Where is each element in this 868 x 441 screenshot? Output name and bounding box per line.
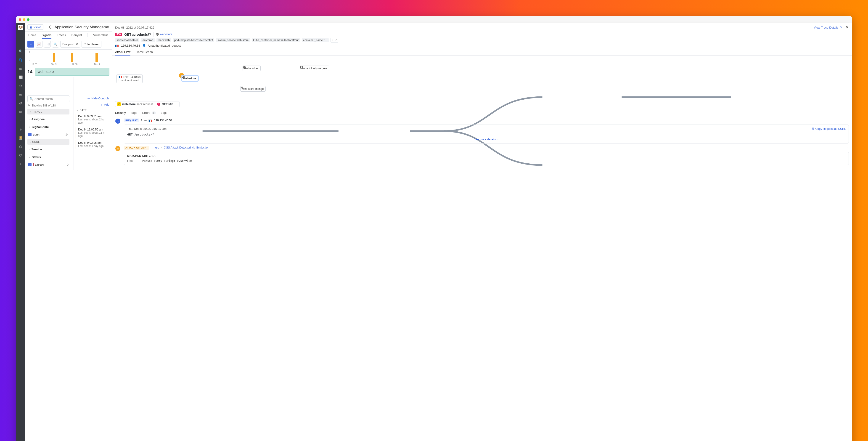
rail-ci-icon[interactable]: ⎋ (19, 127, 22, 131)
app-logo-icon[interactable]: 🐶 (18, 25, 23, 30)
signal-row[interactable]: Dec 9, 9:03:01 am Last seen: about 2 ho … (75, 114, 110, 125)
tab-errors[interactable]: Errors1 (142, 110, 156, 116)
tag[interactable]: service:web-store (115, 38, 140, 42)
checkbox-checked-icon[interactable]: ✓ (28, 133, 32, 136)
view-timeseries-button[interactable]: 📈 (36, 41, 42, 48)
globe-icon (243, 66, 246, 69)
facet-section-core[interactable]: ▾ CORE (27, 139, 69, 145)
rail-monitors-icon[interactable]: ◎ (19, 93, 22, 96)
attack-dot-icon: ⚠ (115, 146, 120, 151)
tab-security[interactable]: Security (115, 110, 126, 116)
facet-section-triage[interactable]: ▾ TRIAGE (27, 109, 69, 115)
view-list-button[interactable]: ≡ (27, 41, 34, 48)
svg-rect-4 (71, 53, 73, 62)
window-zoom-icon[interactable] (27, 18, 29, 21)
tab-logs[interactable]: Logs (161, 110, 167, 116)
tag[interactable]: pod-template-hash:867c656999 (173, 38, 214, 42)
facet-status[interactable]: ▾Status (27, 154, 69, 160)
tag[interactable]: swarm_service:web-store (216, 38, 250, 42)
summary-service-bar[interactable]: web-store (35, 68, 110, 76)
search-button[interactable]: 🔍 (52, 41, 59, 48)
facet-assignee[interactable]: ›Assignee (27, 116, 69, 122)
rail-perf-icon[interactable]: ⏱ (19, 101, 22, 105)
auth-label: Unauthenticated request (148, 44, 181, 47)
facet-open[interactable]: ✓ open 14 (27, 131, 69, 138)
flow-node-source[interactable]: 129.134.40.58 Unauthenticated (117, 74, 143, 83)
signal-row[interactable]: Dec 9, 12:06:56 am Last seen: about 11 h… (75, 127, 110, 139)
rail-infrastructure-icon[interactable]: ⚙ (19, 84, 22, 88)
views-button[interactable]: ▣ Views (27, 25, 43, 30)
view-trace-details-link[interactable]: View Trace Details⧉ (814, 26, 842, 29)
rail-logs-icon[interactable]: ≡ (19, 119, 22, 122)
tag[interactable]: kube_container_name:rails-storefront (252, 38, 300, 42)
kebab-icon[interactable]: ⋮ (846, 146, 849, 149)
svg-text:12:00: 12:00 (72, 63, 78, 66)
tab-tags[interactable]: Tags (131, 110, 137, 116)
facet-search-field[interactable] (34, 97, 73, 100)
window-titlebar (16, 16, 852, 23)
rail-integrations-icon[interactable]: ⊞ (19, 110, 22, 114)
flow-node-auth-dotnet[interactable]: auth-dotnet (243, 66, 260, 71)
tab-flame-graph[interactable]: Flame Graph (135, 49, 153, 55)
add-facet-button[interactable]: ＋Add (100, 103, 110, 107)
attack-type-link[interactable]: xss (155, 146, 159, 149)
tab-traces[interactable]: Traces (57, 32, 66, 39)
facet-search-input[interactable]: 🔍 (27, 95, 69, 102)
tab-denylist[interactable]: Denylist (71, 32, 82, 39)
rail-metrics-icon[interactable]: 📈 (19, 76, 22, 79)
browser-window: 🐶 🔍 👣 ▦ 📈 ⚙ ◎ ⏱ ⊞ ≡ ⎋ 📔 ⌬ 🛡 ✳ ▣ Vi (16, 16, 852, 441)
window-close-icon[interactable] (19, 18, 21, 21)
rail-search-icon[interactable]: 🔍 (19, 49, 22, 53)
tag[interactable]: env:prod (141, 38, 155, 42)
tag[interactable]: container_name:r… (302, 38, 329, 42)
status-badge: 500 (115, 33, 122, 36)
rail-security-icon[interactable]: 🛡 (19, 153, 22, 157)
flow-node-webstore[interactable]: web-store (182, 76, 198, 81)
flow-node-webstore-mongo[interactable]: web-store-mongo (240, 86, 266, 92)
tab-attack-flow[interactable]: Attack Flow (115, 49, 130, 55)
attack-flow-graph[interactable]: 129.134.40.58 Unauthenticated 1 web-stor… (112, 56, 852, 99)
svg-rect-3 (53, 53, 55, 62)
request-line-mono: GET /products/? (127, 133, 845, 136)
remove-chip-icon[interactable]: ✕ (75, 42, 78, 46)
field-label: Field (127, 159, 133, 163)
facet-signal-state[interactable]: ▾Signal State (27, 124, 69, 130)
matched-criteria-head: MATCHED CRITERIA (127, 154, 845, 157)
tab-home[interactable]: Home (28, 32, 36, 39)
request-label: REQUEST (124, 119, 139, 122)
close-button[interactable]: ✕ (845, 25, 849, 30)
hide-controls-link[interactable]: ⇤Hide Controls (88, 97, 110, 100)
rail-rum-icon[interactable]: ⌬ (19, 145, 22, 149)
window-minimize-icon[interactable] (23, 18, 25, 21)
tab-signals[interactable]: Signals (42, 32, 52, 39)
tab-vulnerabilities[interactable]: Vulnerabiliti (93, 32, 108, 39)
more-tags-button[interactable]: +57 (331, 38, 338, 42)
facet-critical[interactable]: ✓ Critical 0 (27, 161, 69, 168)
tag[interactable]: team:web (156, 38, 171, 42)
sort-down-icon[interactable]: ↓ (77, 109, 79, 112)
security-timeline: → REQUEST from 129.134.40.58 ⧉Copy Reque… (112, 116, 852, 170)
see-more-link[interactable]: See more details ⌄ (127, 138, 845, 141)
attack-attempt-label: ATTACK ATTEMPT (124, 146, 149, 149)
globe-icon (156, 33, 159, 36)
flow-node-auth-dotnet-postgres[interactable]: auth-dotnet-postgres (300, 66, 329, 71)
col-date[interactable]: DATE (80, 109, 87, 112)
service-chip[interactable]: web-store (156, 33, 172, 36)
attack-desc-link[interactable]: XSS Attack Detected via libinjection (164, 146, 209, 149)
facet-service[interactable]: ›Service (27, 146, 69, 152)
rail-watchdog-icon[interactable]: 👣 (19, 58, 22, 62)
signal-row[interactable]: Dec 8, 9:03:06 am Last seen: 1 day ago (75, 140, 110, 149)
checkbox-checked-icon[interactable]: ✓ (28, 163, 32, 166)
rail-notebooks-icon[interactable]: 📔 (19, 136, 22, 140)
rail-settings-icon[interactable]: ✳ (19, 162, 22, 166)
rail-dashboards-icon[interactable]: ▦ (19, 67, 22, 70)
filter-chip-rule[interactable]: Rule Name: (82, 41, 101, 48)
database-icon (241, 86, 244, 90)
copy-curl-button[interactable]: ⧉Copy Request as CURL (812, 127, 846, 130)
filter-button[interactable]: ⫧1 (44, 41, 51, 48)
svg-rect-5 (95, 53, 98, 62)
client-ip: 129.134.40.58 (121, 44, 140, 47)
filter-chip-env[interactable]: Env:prod✕ (60, 41, 80, 48)
request-ip: 129.134.40.58 (154, 119, 172, 122)
nav-tabs: Home Signals Traces Denylist Vulnerabili… (25, 32, 112, 39)
